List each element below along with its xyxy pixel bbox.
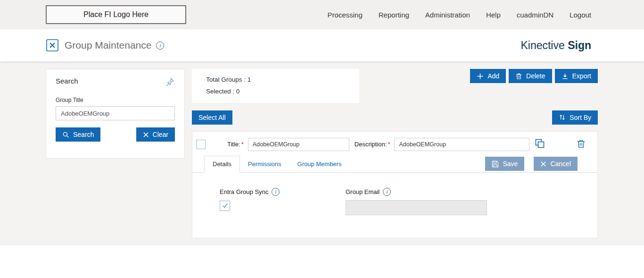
tab-details[interactable]: Details [204,156,240,173]
group-row-fields: Title:* Description:* [192,132,597,156]
title-bar: Group Maintenance i Kinective Sign [0,29,644,61]
cancel-button-label: Cancel [550,160,571,168]
nav-processing[interactable]: Processing [328,11,363,19]
select-all-button[interactable]: Select All [192,110,232,125]
sort-by-button[interactable]: Sort By [552,110,598,125]
title-input[interactable] [248,138,349,151]
group-title-label: Group Title [56,97,175,103]
title-field-label: Title:* [227,141,244,148]
save-button[interactable]: Save [485,157,524,171]
download-icon [561,73,569,80]
tab-group-members[interactable]: Group Members [289,155,350,172]
sort-icon [559,114,566,121]
nav-help[interactable]: Help [486,11,501,19]
search-icon [62,131,69,138]
fi-logo-text: Place FI Logo Here [83,10,149,19]
row-delete-button[interactable] [576,139,586,150]
search-panel-title: Search [56,77,78,85]
main-area: Search Group Title Search [0,61,644,245]
fi-logo-placeholder: Place FI Logo Here [46,5,186,24]
clear-button-label: Clear [153,131,168,138]
search-button[interactable]: Search [56,127,100,142]
select-all-label: Select All [198,114,226,121]
description-input[interactable] [394,138,529,151]
row-actions: Save Cancel [485,157,578,171]
group-email-label: Group Email [346,188,380,195]
total-groups-text: Total Groups : 1 [206,74,355,86]
details-tab-panel: Entra Group Sync i Group Email i [192,173,597,215]
required-asterisk: * [241,141,244,148]
top-bar: Place FI Logo Here Processing Reporting … [0,0,644,29]
summary-card: Total Groups : 1 Selected : 0 [192,69,359,103]
group-title-input[interactable] [56,106,175,120]
brand-logo: Kinective Sign [520,39,591,52]
sort-by-label: Sort By [570,114,591,121]
save-button-label: Save [503,160,518,168]
entra-group-sync-label: Entra Group Sync [220,188,268,195]
description-field-label: Description:* [355,141,390,148]
delete-button[interactable]: Delete [509,69,552,83]
copy-icon [534,138,545,151]
content-area: Total Groups : 1 Selected : 0 Add [192,69,598,238]
selected-count-text: Selected : 0 [206,86,355,98]
row-select-checkbox[interactable] [196,140,206,149]
list-controls: Select All Sort By [192,110,598,125]
trash-icon [515,73,522,80]
group-row-card: Title:* Description:* [192,131,598,238]
page-info-icon[interactable]: i [156,42,164,50]
add-button-label: Add [487,72,499,80]
nav-administration[interactable]: Administration [425,11,470,19]
export-button[interactable]: Export [555,69,598,83]
search-panel: Search Group Title Search [46,69,185,159]
group-tabs: Details Permissions Group Members Save [192,156,597,173]
trash-icon [576,139,586,150]
tab-permissions[interactable]: Permissions [240,155,289,172]
top-nav: Processing Reporting Administration Help… [328,11,591,19]
x-icon [540,161,546,167]
nav-username[interactable]: cuadminDN [517,11,553,19]
search-button-label: Search [73,131,94,138]
page-title: Group Maintenance [65,40,151,51]
pin-icon[interactable] [165,77,175,87]
nav-logout[interactable]: Logout [570,11,591,19]
group-email-input [346,200,487,215]
x-icon [143,132,149,138]
entra-info-icon[interactable]: i [272,188,280,196]
toolbar: Add Delete Export [470,69,598,83]
clear-button[interactable]: Clear [136,127,175,142]
add-button[interactable]: Add [470,69,506,83]
group-maintenance-icon [46,39,59,52]
cancel-button[interactable]: Cancel [534,157,578,171]
export-button-label: Export [572,72,591,80]
group-email-info-icon[interactable]: i [383,188,391,196]
required-asterisk: * [388,141,390,148]
delete-button-label: Delete [526,72,545,80]
plus-icon [477,73,484,80]
entra-group-sync-checkbox[interactable] [220,201,230,211]
nav-reporting[interactable]: Reporting [379,11,409,19]
brand-suffix: Sign [568,39,591,51]
brand-name: Kinective [520,39,564,51]
copy-button[interactable] [534,138,545,151]
save-icon [492,160,499,168]
